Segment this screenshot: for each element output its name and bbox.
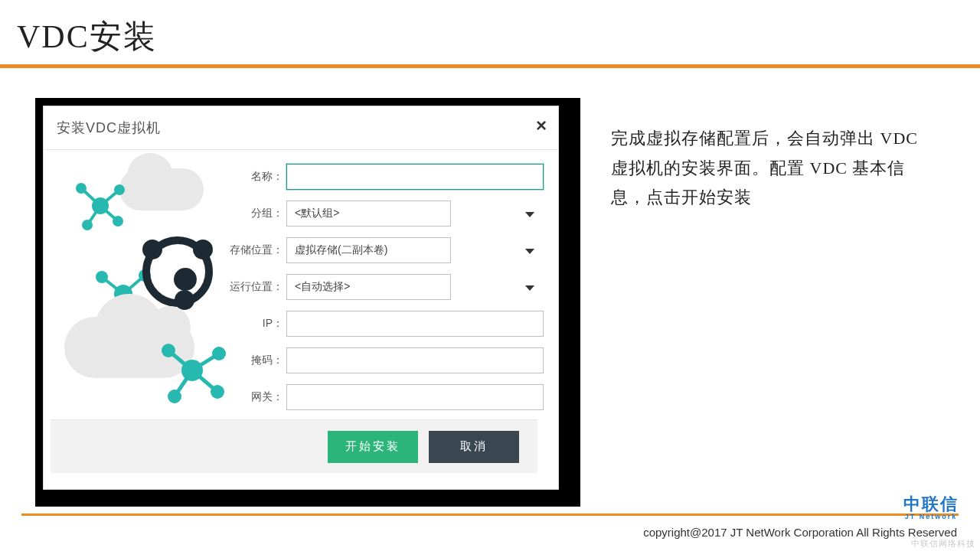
ip-input[interactable]	[286, 311, 544, 337]
label-group: 分组：	[227, 207, 286, 220]
svg-point-25	[168, 390, 181, 403]
row-runloc: 运行位置：	[227, 274, 544, 300]
copyright-text: copyright@2017 JT NetWork Corporation Al…	[643, 526, 957, 539]
cancel-button[interactable]: 取消	[429, 431, 519, 463]
start-install-button[interactable]: 开始安装	[328, 431, 418, 463]
brand-sub: JT Network	[903, 513, 959, 520]
title-divider	[0, 64, 980, 68]
storage-select[interactable]	[286, 237, 451, 263]
name-input[interactable]	[286, 164, 544, 190]
svg-point-24	[212, 347, 226, 360]
page-title: VDC安装	[17, 15, 157, 58]
gateway-input[interactable]	[286, 384, 544, 410]
svg-point-14	[96, 271, 108, 283]
svg-point-5	[76, 183, 87, 194]
label-name: 名称：	[227, 170, 286, 184]
group-select[interactable]	[286, 201, 451, 227]
label-runloc: 运行位置：	[227, 280, 286, 294]
slide-description: 完成虚拟存储配置后，会自动弹出 VDC 虚拟机的安装界面。配置 VDC 基本信息…	[611, 124, 925, 213]
mask-input[interactable]	[286, 347, 544, 373]
row-group: 分组：	[227, 201, 544, 227]
illustration	[51, 164, 227, 409]
brand-name: 中联信	[903, 496, 959, 513]
footer-divider	[21, 514, 959, 516]
svg-point-7	[82, 220, 93, 230]
molecule-icon	[158, 340, 230, 409]
dialog-header: 安装VDC虚拟机 ×	[43, 106, 559, 150]
label-gateway: 网关：	[227, 390, 286, 404]
label-mask: 掩码：	[227, 354, 286, 367]
watermark-text: 中联信网络科技	[911, 538, 975, 549]
row-gateway: 网关：	[227, 384, 544, 410]
label-storage: 存储位置：	[227, 243, 286, 257]
dialog-window: 安装VDC虚拟机 ×	[43, 106, 559, 490]
svg-point-8	[113, 216, 123, 227]
form: 名称： 分组： 存储位置：	[227, 164, 544, 421]
runloc-select[interactable]	[286, 274, 451, 300]
svg-point-26	[211, 385, 224, 399]
dialog-screenshot: 安装VDC虚拟机 ×	[35, 98, 580, 507]
hub-icon	[142, 236, 213, 307]
close-icon[interactable]: ×	[536, 116, 547, 135]
brand-logo: 中联信 JT Network	[903, 496, 959, 520]
dialog-footer: 开始安装 取消	[51, 419, 537, 473]
row-storage: 存储位置：	[227, 237, 544, 263]
row-mask: 掩码：	[227, 347, 544, 373]
svg-point-23	[162, 344, 175, 357]
cloud-icon	[119, 168, 204, 210]
row-ip: IP：	[227, 311, 544, 337]
svg-point-22	[181, 360, 203, 381]
svg-point-6	[114, 184, 125, 195]
molecule-icon	[74, 179, 127, 233]
row-name: 名称：	[227, 164, 544, 190]
dialog-title: 安装VDC虚拟机	[57, 119, 161, 137]
label-ip: IP：	[227, 317, 286, 331]
svg-point-4	[92, 197, 109, 214]
slide: VDC安装 安装VDC虚拟机 ×	[0, 0, 980, 551]
dialog-body: 名称： 分组： 存储位置：	[43, 150, 559, 421]
